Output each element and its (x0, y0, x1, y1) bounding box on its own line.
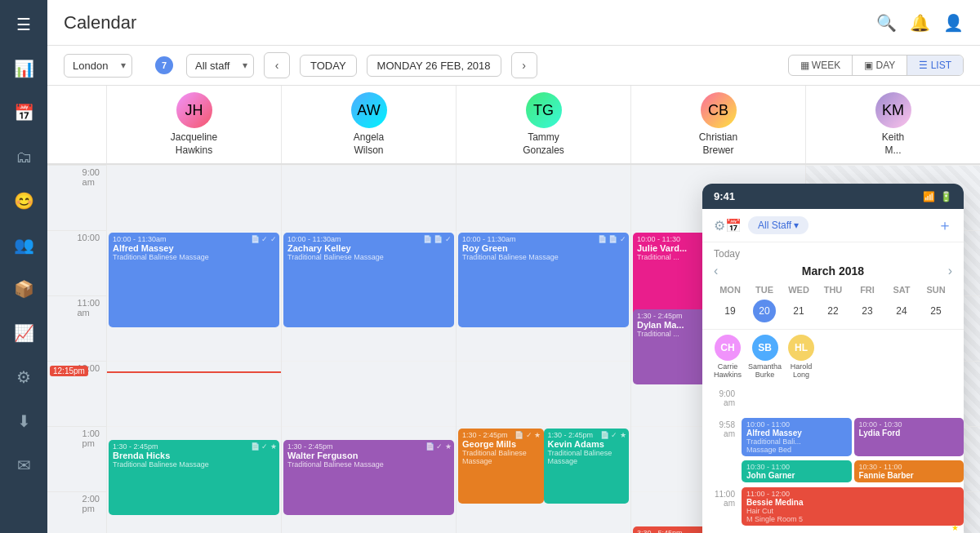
hour-row-12-2 (457, 361, 630, 426)
mc-staff-label[interactable]: All Staff ▾ (748, 216, 808, 234)
mc-wd-mon: MON (714, 283, 746, 296)
mc-schedule: 9:00am 9:58am 10:00 - 11:00 Alfred Masse… (702, 384, 964, 533)
event-george-mills[interactable]: 📄 ✓ ★ 1:30 - 2:45pm George Mills Traditi… (458, 429, 544, 504)
mc-time-row-11: 11:00am 11:00 - 12:00 Bessie Medina Hair… (702, 486, 964, 533)
sidebar-item-settings[interactable]: ⚙ (9, 362, 38, 392)
mc-events-958: 10:00 - 11:00 Alfred Massey Traditional … (742, 418, 964, 484)
mc-time-958: 9:58am (702, 418, 742, 484)
mc-day-25[interactable]: 25 (924, 300, 947, 322)
mc-av-name-hl: HaroldLong (791, 362, 813, 379)
time-2pm: 2:00pm (47, 491, 106, 533)
view-btn-day[interactable]: ▣ DAY (853, 56, 907, 75)
date-range: MONDAY 26 FEB, 2018 (367, 55, 501, 77)
staff-name-cb: ChristianBrewer (699, 131, 737, 157)
event-walter-ferguson[interactable]: 📄 ✓ ★ 1:30 - 2:45pm Walter Ferguson Trad… (283, 440, 454, 515)
sidebar-item-clients[interactable]: 😊 (9, 186, 38, 215)
main-area: Calendar 🔍 🔔 👤 London 7 All staff ‹ TODA… (47, 0, 980, 533)
mc-days-grid: 19 20 21 22 23 24 25 (714, 300, 952, 322)
mini-calendar-overlay: 9:41 📶 🔋 ⚙ 📅 All Staff ▾ ＋ Today (702, 184, 964, 533)
sidebar-item-menu[interactable]: ☰ (9, 10, 38, 39)
mc-weekdays: MON TUE WED THU FRI SAT SUN (714, 283, 952, 296)
event-alfred-massey[interactable]: 📄 ✓ ✓ 10:00 - 11:30am Alfred Massey Trad… (109, 233, 279, 327)
user-icon[interactable]: 👤 (943, 13, 964, 33)
sidebar: ☰ 📊 📅 🗂 😊 👥 📦 📈 ⚙ ⬇ ✉ (0, 0, 47, 533)
hour-row-10-2: 📄 📄 ✓ 10:00 - 11:30am Roy Green Traditio… (457, 230, 630, 295)
avatar-cb: CB (701, 92, 737, 128)
day-col-1: 📄 📄 ✓ 10:00 - 11:30am Zachary Kelley Tra… (281, 165, 456, 533)
staff-col-0: JH JacquelineHawkins (106, 86, 281, 163)
mc-filter-btn[interactable]: ⚙ (714, 218, 725, 233)
hour-row-1-2: 📄 ✓ ★ 1:30 - 2:45pm George Mills Traditi… (457, 426, 630, 491)
today-btn[interactable]: TODAY (300, 55, 357, 77)
sidebar-item-products[interactable]: 📦 (9, 274, 38, 304)
day-col-2: 📄 📄 ✓ 10:00 - 11:30am Roy Green Traditio… (456, 165, 630, 533)
mc-cal-btn[interactable]: 📅 (725, 218, 742, 233)
mc-event-bessie[interactable]: 11:00 - 12:00 Bessie Medina Hair CutM Si… (742, 487, 964, 526)
mc-event-john[interactable]: 10:30 - 11:00 John Garner (742, 460, 852, 482)
notification-icon[interactable]: 🔔 (910, 13, 930, 33)
location-select-wrap: London (64, 54, 132, 78)
mc-next-month[interactable]: › (948, 264, 952, 278)
mc-wd-wed: WED (782, 283, 815, 296)
mc-day-23[interactable]: 23 (856, 300, 879, 322)
mc-event-alfred[interactable]: 10:00 - 11:00 Alfred Massey Traditional … (742, 418, 852, 456)
mc-day-24[interactable]: 24 (890, 300, 913, 322)
mc-time-row-9: 9:00am (702, 384, 964, 416)
app-title: Calendar (64, 12, 136, 33)
sidebar-item-reports[interactable]: 📈 (9, 318, 38, 348)
mc-time-row-958: 9:58am 10:00 - 11:00 Alfred Massey Tradi… (702, 416, 964, 486)
mc-day-22[interactable]: 22 (822, 300, 844, 322)
staff-name-aw: AngelaWilson (354, 131, 384, 157)
staff-select[interactable]: All staff (186, 54, 254, 78)
sidebar-item-dashboard[interactable]: 📊 (9, 54, 38, 83)
mc-event-fannie[interactable]: 10:30 - 11:00 Fannie Barber (854, 460, 964, 482)
wifi-icon: 📶 (923, 191, 935, 202)
mc-today-label: Today (714, 248, 740, 260)
mc-avatar-sb[interactable]: SB (752, 335, 778, 361)
event-zachary-kelley[interactable]: 📄 📄 ✓ 10:00 - 11:30am Zachary Kelley Tra… (283, 233, 454, 327)
staff-col-1: AW AngelaWilson (281, 86, 456, 163)
mc-avatar-hl[interactable]: HL (788, 335, 814, 361)
view-btn-week[interactable]: ▦ WEEK (789, 56, 853, 75)
mc-staff-avatars: CH CarrieHawkins SB SamanthaBurke HL Har… (702, 329, 964, 384)
sidebar-item-calendar[interactable]: 📅 (9, 98, 38, 127)
event-roy-green[interactable]: 📄 📄 ✓ 10:00 - 11:30am Roy Green Traditio… (458, 233, 629, 327)
mc-time-9: 9:00am (702, 387, 742, 407)
event-brenda-hicks[interactable]: 📄 ✓ ★ 1:30 - 2:45pm Brenda Hicks Traditi… (109, 440, 279, 515)
time-1pm: 1:00pm (47, 426, 106, 491)
time-10am: 10:00 (47, 230, 106, 295)
staff-name-km: KeithM... (882, 131, 904, 157)
view-btn-list[interactable]: ☰ LIST (907, 56, 963, 75)
sidebar-item-downloads[interactable]: ⬇ (9, 406, 38, 436)
mc-events-9 (742, 387, 964, 413)
hour-row-10-0: 📄 ✓ ✓ 10:00 - 11:30am Alfred Massey Trad… (107, 230, 281, 295)
hour-row-10-1: 📄 📄 ✓ 10:00 - 11:30am Zachary Kelley Tra… (282, 230, 456, 295)
mc-day-21[interactable]: 21 (787, 300, 810, 322)
calendar-body: JH JacquelineHawkins AW AngelaWilson TG … (47, 86, 980, 533)
mc-av-name-sb: SamanthaBurke (748, 362, 782, 379)
location-select[interactable]: London (64, 54, 132, 78)
time-11am: 11:00am (47, 295, 106, 361)
mc-wd-fri: FRI (851, 283, 884, 296)
day-col-0: 📄 ✓ ✓ 10:00 - 11:30am Alfred Massey Trad… (106, 165, 281, 533)
staff-name-tg: TammyGonzales (523, 131, 564, 157)
mc-event-lydia[interactable]: 10:00 - 10:30 Lydia Ford (854, 418, 964, 456)
mc-add-btn[interactable]: ＋ (938, 215, 952, 235)
mc-wd-thu: THU (817, 283, 849, 296)
mc-day-19[interactable]: 19 (719, 300, 742, 322)
sidebar-item-staff[interactable]: 👥 (9, 230, 38, 260)
sidebar-item-messages[interactable]: ✉ (9, 451, 38, 480)
mc-time: 9:41 (714, 190, 735, 202)
mc-avatar-ch[interactable]: CH (715, 335, 741, 361)
staff-name-jh: JacquelineHawkins (171, 131, 217, 157)
hour-row-12-1 (282, 361, 456, 426)
mc-day-20[interactable]: 20 (753, 300, 776, 322)
sidebar-item-bookings[interactable]: 🗂 (9, 142, 38, 171)
next-btn[interactable]: › (511, 52, 537, 78)
mc-status-bar: 9:41 📶 🔋 (702, 184, 964, 209)
hour-row-9-0 (107, 165, 281, 230)
prev-btn[interactable]: ‹ (264, 52, 290, 78)
mc-events-11: 11:00 - 12:00 Bessie Medina Hair CutM Si… (742, 487, 964, 532)
event-kevin-adams[interactable]: 📄 ✓ ★ 1:30 - 2:45pm Kevin Adams Traditio… (544, 429, 630, 504)
search-icon[interactable]: 🔍 (876, 13, 897, 33)
